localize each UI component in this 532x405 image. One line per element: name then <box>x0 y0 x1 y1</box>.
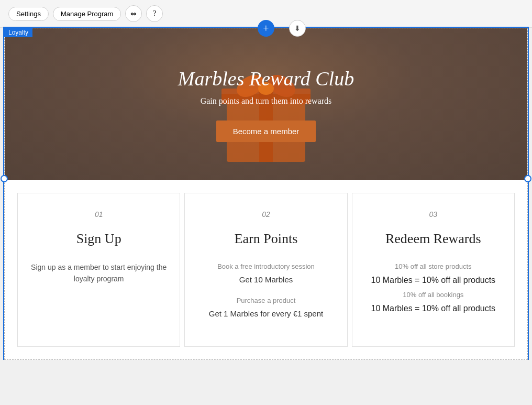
earn-item1-label: Book a free introductory session <box>197 261 334 272</box>
hero-content: Marbles Reward Club Gain points and turn… <box>178 67 354 142</box>
loyalty-block: Loyalty + ⬇ <box>4 28 528 360</box>
left-handle[interactable] <box>1 175 8 182</box>
card-earn-points: 02 Earn Points Book a free introductory … <box>184 193 347 347</box>
become-member-button[interactable]: Become a member <box>216 121 316 142</box>
loyalty-label: Loyalty <box>4 28 32 37</box>
right-handle[interactable] <box>524 175 531 182</box>
card-body-2: Book a free introductory session Get 10 … <box>197 261 334 320</box>
hero-subtitle: Gain points and turn them into rewards <box>178 96 354 106</box>
earn-item1-value: Get 10 Marbles <box>197 273 334 286</box>
card-number-3: 03 <box>365 210 502 218</box>
card-body-3: 10% off all store products 10 Marbles = … <box>365 261 502 315</box>
card-redeem-rewards: 03 Redeem Rewards 10% off all store prod… <box>352 193 515 347</box>
download-icon: ⬇ <box>294 24 301 33</box>
help-icon: ? <box>153 9 156 18</box>
switch-icon: ⇔ <box>130 9 137 18</box>
reward1-label: 10% off all store products <box>365 261 502 272</box>
card-title-2: Earn Points <box>197 231 334 247</box>
card-number-1: 01 <box>30 210 167 218</box>
reward2-label: 10% off all bookings <box>365 290 502 301</box>
download-button[interactable]: ⬇ <box>289 20 306 37</box>
cards-section: 01 Sign Up Sign up as a member to start … <box>5 180 527 359</box>
add-section-button[interactable]: + <box>258 20 274 37</box>
earn-item2-label: Purchase a product <box>197 295 334 307</box>
card-number-2: 02 <box>197 210 334 218</box>
switch-icon-button[interactable]: ⇔ <box>125 5 142 22</box>
earn-item2-value: Get 1 Marbles for every €1 spent <box>197 308 334 320</box>
card-description-1: Sign up as a member to start enjoying th… <box>30 261 167 285</box>
reward2-value: 10 Marbles = 10% off all products <box>365 302 502 315</box>
manage-program-button[interactable]: Manage Program <box>53 7 121 21</box>
reward1-value: 10 Marbles = 10% off all products <box>365 273 502 287</box>
hero-section: Marbles Reward Club Gain points and turn… <box>5 28 527 180</box>
help-icon-button[interactable]: ? <box>146 5 163 22</box>
card-body-1: Sign up as a member to start enjoying th… <box>30 261 167 285</box>
settings-button[interactable]: Settings <box>8 7 49 21</box>
hero-title: Marbles Reward Club <box>178 67 354 90</box>
card-title-3: Redeem Rewards <box>365 231 502 247</box>
card-signup: 01 Sign Up Sign up as a member to start … <box>17 193 180 347</box>
card-title-1: Sign Up <box>30 231 167 247</box>
